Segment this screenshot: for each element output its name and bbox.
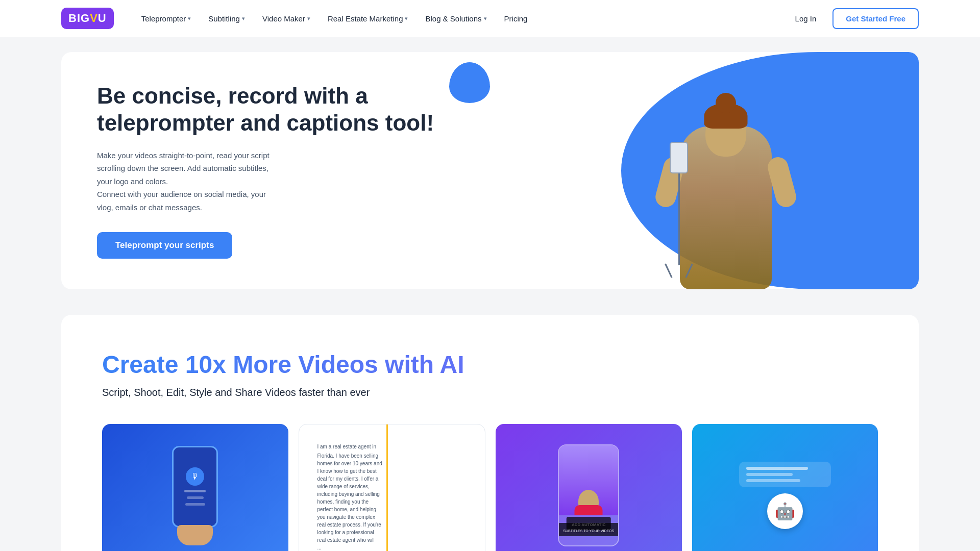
script-line-13: real estate agent who will [317, 537, 467, 543]
script-line-5: deal for my clients. I offer a [317, 476, 467, 482]
screen-line-3 [185, 503, 205, 506]
feature-card-script: I am a real estate agent in Florida. I h… [299, 424, 486, 551]
logo-box: BIGVU [61, 8, 114, 29]
tripod-left-leg [665, 263, 672, 278]
script-text-content: I am a real estate agent in Florida. I h… [309, 435, 475, 551]
chevron-down-icon: ▾ [307, 15, 310, 22]
subtitle-text-2: SUBTITLES TO YOUR VIDEOS [563, 529, 614, 533]
script-line-10: you navigate the complex [317, 514, 467, 520]
nav-item-pricing[interactable]: Pricing [497, 10, 535, 27]
login-button[interactable]: Log In [787, 10, 825, 27]
script-cursor-line [386, 424, 388, 551]
script-line-11: real estate process. If you're [317, 522, 467, 528]
tripod-pole [678, 173, 680, 265]
script-line-2: Florida. I have been selling [317, 453, 467, 459]
script-line-8: homes, finding you the [317, 499, 467, 505]
hero-section: Be concise, record with a teleprompter a… [61, 52, 919, 289]
feature-card-record: 🎙 [102, 424, 288, 551]
nav-item-subtitling[interactable]: Subtitling ▾ [201, 10, 252, 27]
chevron-down-icon: ▾ [484, 15, 487, 22]
robot-icon: 🤖 [767, 493, 803, 529]
ai-visual: 🤖 [702, 462, 868, 529]
phone-on-tripod [670, 142, 688, 173]
hero-right-visual [533, 52, 919, 289]
hero-description: Make your videos straight-to-point, read… [97, 149, 342, 214]
logo-text: BIGVU [68, 12, 107, 25]
nav-item-blog[interactable]: Blog & Solutions ▾ [418, 10, 494, 27]
ai-content-line-3 [746, 479, 800, 482]
hand-base [177, 525, 213, 545]
chevron-down-icon: ▾ [405, 15, 408, 22]
video-frame [559, 445, 618, 515]
screen-line-2 [187, 496, 204, 499]
script-line-4: I know how to get the best [317, 468, 467, 474]
navbar: BIGVU Teleprompter ▾ Subtitling ▾ Video … [0, 0, 980, 37]
ai-content-block [739, 462, 831, 487]
chevron-down-icon: ▾ [242, 15, 245, 22]
feature-cards-row: 🎙 I am a real estate agent in Florida. I… [102, 424, 878, 551]
subtitle-bar-2: SUBTITLES TO YOUR VIDEOS [558, 523, 619, 536]
tripod-right-leg [685, 263, 693, 278]
script-line-14: ... [317, 545, 467, 550]
script-line-9: perfect home, and helping [317, 507, 467, 512]
hand-phone-visual: 🎙 [172, 446, 218, 545]
teleprompt-cta-button[interactable]: Teleprompt your scripts [97, 232, 232, 259]
hero-title: Be concise, record with a teleprompter a… [97, 83, 502, 137]
nav-items: Teleprompter ▾ Subtitling ▾ Video Maker … [134, 10, 787, 27]
hero-image-container [533, 52, 919, 289]
second-section-subtitle: Script, Shoot, Edit, Style and Share Vid… [102, 387, 878, 398]
script-line-1: I am a real estate agent in [317, 443, 467, 451]
card-subtitles-inner: ADD AUTOMATIC SUBTITLES TO YOUR VIDEOS [496, 424, 682, 551]
logo[interactable]: BIGVU [61, 8, 114, 29]
phone-screen: 🎙 [172, 446, 218, 528]
ai-content-line-1 [746, 467, 808, 470]
subtitles-visual: ADD AUTOMATIC SUBTITLES TO YOUR VIDEOS [558, 444, 619, 546]
script-line-3: homes for over 10 years and [317, 461, 467, 466]
nav-right: Log In Get Started Free [787, 8, 919, 29]
person-head [705, 111, 746, 157]
hero-left-content: Be concise, record with a teleprompter a… [61, 52, 533, 289]
feature-card-ai: 🤖 [692, 424, 878, 551]
person-hair-bun [716, 93, 736, 113]
script-line-12: looking for a professional [317, 530, 467, 535]
nav-item-real-estate[interactable]: Real Estate Marketing ▾ [321, 10, 415, 27]
nav-item-teleprompter[interactable]: Teleprompter ▾ [134, 10, 199, 27]
card-record-inner: 🎙 [102, 424, 288, 551]
script-line-6: wide range of services, [317, 484, 467, 489]
mic-icon: 🎙 [186, 467, 204, 486]
get-started-button[interactable]: Get Started Free [832, 8, 919, 29]
chevron-down-icon: ▾ [188, 15, 191, 22]
ai-content-line-2 [746, 473, 793, 476]
card-script-inner: I am a real estate agent in Florida. I h… [299, 424, 485, 551]
hero-person-illustration [629, 95, 823, 289]
card-ai-inner: 🤖 [692, 424, 878, 551]
tripod-illustration [665, 142, 693, 279]
tripod-legs [665, 264, 693, 279]
script-line-7: including buying and selling [317, 491, 467, 497]
nav-item-video-maker[interactable]: Video Maker ▾ [255, 10, 317, 27]
second-section: Create 10x More Videos with AI Script, S… [61, 315, 919, 551]
screen-line-1 [184, 490, 206, 492]
feature-card-subtitles: ADD AUTOMATIC SUBTITLES TO YOUR VIDEOS [496, 424, 682, 551]
subtitles-phone: ADD AUTOMATIC SUBTITLES TO YOUR VIDEOS [558, 444, 619, 546]
video-person-body [575, 505, 603, 515]
second-section-title: Create 10x More Videos with AI [102, 350, 878, 379]
